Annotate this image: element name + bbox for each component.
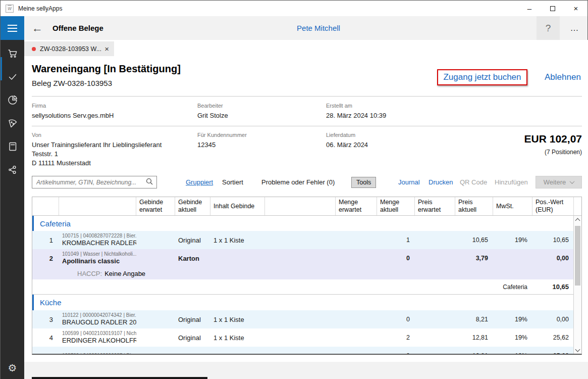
- grouped-view-link[interactable]: Gruppiert: [186, 178, 213, 186]
- table-row[interactable]: 5 100769 | 04002103000037 | Bier... Orig…: [32, 347, 574, 355]
- cell-preis-erwartet: [415, 249, 455, 267]
- table-row[interactable]: 1 100715 | 04008287072228 | Bier... KROM…: [32, 231, 574, 249]
- pie-chart-icon: [7, 94, 18, 108]
- table-row[interactable]: 3 110122 | 00000042074342 | Bier... BRAU…: [32, 310, 574, 328]
- book-receipt-button[interactable]: Zugang jetzt buchen: [437, 69, 527, 85]
- article-cell: 100769 | 04002103000037 | Bier...: [59, 347, 136, 355]
- erstellt-am-value: 28. März 2024 10:39: [326, 111, 386, 120]
- qr-code-link[interactable]: QR Code: [460, 178, 487, 186]
- window-controls: – ×: [518, 1, 587, 16]
- cell-spacer: [265, 347, 336, 355]
- cell-mwst: 19%: [493, 310, 532, 328]
- window-titlebar: w Meine sellyApps – ×: [1, 1, 587, 16]
- cell-inhalt-gebinde: [210, 249, 265, 267]
- cell-gebinde-erwartet: [136, 328, 175, 347]
- user-name-link[interactable]: Pete Mitchell: [273, 16, 364, 40]
- gear-icon: ⚙: [8, 362, 17, 374]
- sidebar-item-catalog[interactable]: [1, 136, 24, 159]
- chevron-down-icon: [570, 179, 575, 184]
- more-options-button[interactable]: …: [564, 16, 586, 40]
- sidebar-item-reports[interactable]: [1, 89, 24, 113]
- search-icon: [146, 178, 153, 187]
- hamburger-menu-button[interactable]: [1, 16, 24, 40]
- sidebar-item-share[interactable]: [1, 159, 24, 182]
- cell-inhalt-gebinde: 1 x 1 Kiste: [210, 347, 265, 355]
- sidebar-item-food[interactable]: [1, 113, 24, 136]
- article-id: 100769 | 04002103000037 | Bier...: [62, 353, 136, 355]
- header-gebinde-aktuell: Gebinde aktuell: [175, 197, 210, 215]
- cell-gebinde-aktuell: Original: [175, 347, 210, 355]
- group-subtotal-row: Cafeteria 10,65: [32, 279, 574, 295]
- add-link[interactable]: Hinzufügen: [495, 178, 528, 186]
- scrollbar-thumb[interactable]: [575, 226, 580, 286]
- header-article: [59, 197, 136, 215]
- article-cell: 101049 | Wasser | Nichtalkoholi... Apoll…: [59, 249, 136, 267]
- problems-link[interactable]: Probleme oder Fehler (0): [261, 178, 335, 186]
- cell-gebinde-aktuell: Karton: [175, 249, 210, 267]
- document-tab[interactable]: ZW-0328-103953 W... ×: [24, 41, 114, 56]
- cell-preis-erwartet: [415, 328, 455, 347]
- print-link[interactable]: Drucken: [429, 178, 453, 186]
- search-input[interactable]: [32, 179, 146, 186]
- cell-preis-aktuell: 3,79: [455, 249, 493, 267]
- cell-gebinde-erwartet: [136, 231, 175, 249]
- header-inhalt-gebinde: Inhalt Gebinde: [210, 197, 265, 215]
- pizza-slice-icon: [7, 118, 18, 131]
- sidebar-item-settings[interactable]: ⚙: [1, 356, 24, 379]
- reject-button[interactable]: Ablehnen: [545, 72, 581, 82]
- cell-gebinde-aktuell: Original: [175, 328, 210, 347]
- article-name: ERDINGER ALKOHOLFR 2...: [62, 337, 136, 345]
- cell-mwst: [493, 249, 532, 267]
- maximize-button[interactable]: [541, 1, 564, 16]
- cell-mwst: 19%: [493, 347, 532, 355]
- unsaved-dot-icon: [32, 47, 36, 51]
- sidebar-item-cart[interactable]: [1, 43, 24, 66]
- maximize-icon: [550, 6, 555, 11]
- back-button[interactable]: ←: [30, 16, 45, 40]
- share-network-icon: [7, 164, 18, 177]
- header-gebinde-erwartet: Gebinde erwartet: [136, 197, 175, 215]
- sidebar-item-approvals[interactable]: [1, 66, 24, 89]
- scroll-up-icon[interactable]: [575, 218, 580, 223]
- lieferdatum-label: Lieferdatum: [326, 132, 355, 138]
- article-id: 100715 | 04008287072228 | Bier...: [62, 233, 136, 239]
- app-window: w Meine sellyApps – × ← Offene Belege Pe…: [0, 0, 588, 379]
- positions-table: Gebinde erwartet Gebinde aktuell Inhalt …: [32, 197, 582, 355]
- article-search: [32, 176, 157, 188]
- von-value: Unser Trainingslieferant Ihr Lieblingsli…: [32, 140, 162, 168]
- row-number: 4: [32, 328, 59, 347]
- tab-label: ZW-0328-103953 W...: [40, 45, 101, 53]
- minimize-button[interactable]: –: [518, 1, 541, 16]
- window-title: Meine sellyApps: [18, 5, 62, 12]
- app-icon: w: [6, 5, 14, 13]
- tab-close-icon[interactable]: ×: [104, 44, 109, 53]
- more-actions-button[interactable]: Weitere: [536, 176, 582, 188]
- close-button[interactable]: ×: [564, 1, 587, 16]
- table-scrollbar[interactable]: [573, 216, 581, 354]
- cell-spacer: [265, 231, 336, 249]
- cell-gebinde-aktuell: Original: [175, 231, 210, 249]
- haccp-label: HACCP:: [77, 270, 102, 277]
- table-row[interactable]: 2 101049 | Wasser | Nichtalkoholi... Apo…: [32, 249, 574, 267]
- table-row[interactable]: 4 100599 | 04002103019107 | Nich... ERDI…: [32, 328, 574, 347]
- article-cell: 100715 | 04008287072228 | Bier... KROMBA…: [59, 231, 136, 249]
- cell-mwst: 19%: [493, 328, 532, 347]
- cell-preis-aktuell: 8,21: [455, 310, 493, 328]
- cell-menge-erwartet: [336, 347, 377, 355]
- cell-spacer: [265, 249, 336, 267]
- header-spacer: [265, 197, 336, 215]
- app-header: ← Offene Belege Pete Mitchell ? …: [1, 16, 587, 40]
- lieferdatum-value: 06. März 2024: [326, 140, 368, 150]
- help-button[interactable]: ?: [537, 16, 560, 40]
- cell-pos-wert: 10,65: [532, 231, 574, 249]
- more-actions-label: Weitere: [544, 178, 566, 186]
- scroll-down-icon[interactable]: [575, 347, 580, 352]
- von-label: Von: [32, 132, 41, 138]
- journal-link[interactable]: Journal: [398, 178, 420, 186]
- sorted-view-link[interactable]: Sortiert: [222, 178, 243, 186]
- tools-button[interactable]: Tools: [351, 177, 376, 188]
- cell-pos-wert: 0,00: [532, 310, 574, 328]
- haccp-value: Keine Angabe: [104, 270, 145, 277]
- header-menge-aktuell: Menge aktuell: [377, 197, 415, 215]
- article-name: BRAUGOLD RADLER 20X...: [62, 318, 136, 326]
